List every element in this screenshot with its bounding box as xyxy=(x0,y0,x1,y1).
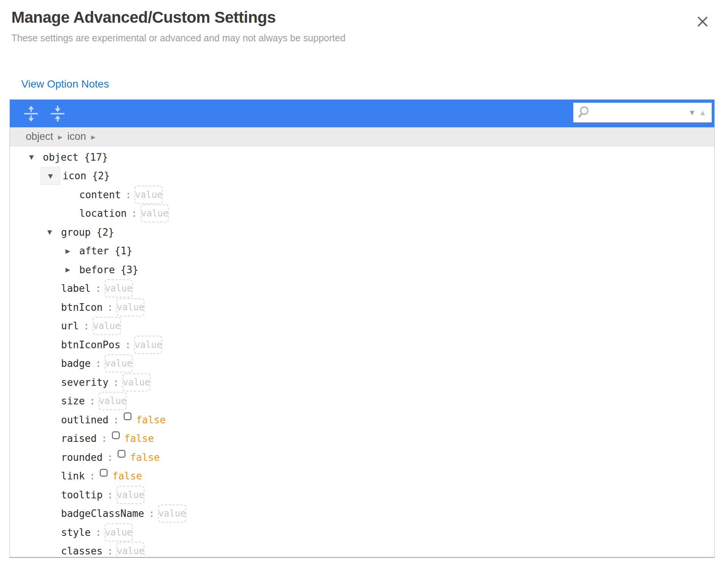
collapse-toggle-icon[interactable]: ▼ xyxy=(41,223,59,241)
toggle-placeholder xyxy=(41,486,59,504)
key-label: outlined xyxy=(61,414,108,426)
colon: : xyxy=(95,527,101,538)
tree-row-tooltip: tooltip:value xyxy=(10,485,714,504)
key-label: rounded xyxy=(61,452,103,463)
tree-row-url: url:value xyxy=(10,317,714,336)
indent xyxy=(10,495,41,495)
key-label: before xyxy=(79,264,115,276)
close-button[interactable] xyxy=(692,11,714,33)
value-input[interactable]: value xyxy=(105,523,133,542)
value-input[interactable]: value xyxy=(116,298,144,316)
search-prev-icon[interactable]: ▲ xyxy=(697,109,708,116)
tree-row-object: ▼object{17} xyxy=(10,148,714,167)
toggle-placeholder xyxy=(41,298,59,316)
key-label: url xyxy=(61,320,79,332)
breadcrumb-item-icon[interactable]: icon xyxy=(67,131,86,142)
key-label: severity xyxy=(61,377,108,388)
expand-all-button[interactable] xyxy=(24,106,38,122)
view-option-notes-link[interactable]: View Option Notes xyxy=(21,78,109,90)
tree-row-badge: badge:value xyxy=(10,354,714,373)
indent xyxy=(10,344,41,345)
tree-row-rounded: rounded:false xyxy=(10,448,714,467)
search-next-icon[interactable]: ▼ xyxy=(687,109,697,116)
colon: : xyxy=(126,189,132,200)
value-input[interactable]: value xyxy=(158,504,186,523)
colon: : xyxy=(95,358,101,369)
toggle-placeholder xyxy=(41,429,59,448)
tree-row-group: ▼group{2} xyxy=(10,223,714,242)
toggle-placeholder xyxy=(41,467,59,485)
value-input[interactable]: value xyxy=(116,486,144,504)
expand-toggle-icon[interactable]: ▶ xyxy=(59,242,77,260)
search-icon xyxy=(577,106,590,119)
indent xyxy=(10,514,41,514)
toggle-placeholder xyxy=(41,523,59,542)
key-label: size xyxy=(61,395,85,407)
search-box: ▼ ▲ xyxy=(573,103,712,122)
collapse-toggle-icon[interactable]: ▼ xyxy=(41,167,60,185)
key-label: after xyxy=(79,245,109,257)
tree-row-raised: raised:false xyxy=(10,429,714,448)
expand-toggle-icon[interactable]: ▶ xyxy=(59,261,77,279)
tree-row-badgeClassName: badgeClassName:value xyxy=(10,504,714,523)
indent xyxy=(10,420,41,420)
colon: : xyxy=(101,433,107,444)
indent xyxy=(10,194,59,195)
value-input[interactable]: value xyxy=(134,336,162,354)
tree-row-content: content:value xyxy=(10,185,714,204)
value-input[interactable]: value xyxy=(135,186,163,204)
toggle-placeholder xyxy=(41,392,59,410)
key-label: group xyxy=(61,227,91,238)
indent xyxy=(10,476,41,476)
collapse-all-button[interactable] xyxy=(51,106,64,122)
breadcrumb-item-object[interactable]: object xyxy=(26,131,53,142)
collapse-toggle-icon[interactable]: ▼ xyxy=(22,148,41,166)
indent xyxy=(10,232,41,232)
toggle-placeholder xyxy=(41,336,59,354)
indent xyxy=(10,457,41,457)
key-label: tooltip xyxy=(61,489,103,501)
key-label: badge xyxy=(61,358,91,369)
indent xyxy=(10,176,41,176)
key-label: raised xyxy=(61,433,97,444)
tree-row-btnIconPos: btnIconPos:value xyxy=(10,335,714,354)
indent xyxy=(10,438,41,439)
value-input[interactable]: value xyxy=(122,373,151,391)
boolean-checkbox[interactable] xyxy=(118,450,126,458)
indent xyxy=(10,382,41,382)
tree-row-link: link:false xyxy=(10,467,714,486)
value-input[interactable]: value xyxy=(141,204,169,222)
key-label: style xyxy=(61,527,91,538)
indent xyxy=(10,401,41,401)
key-label: label xyxy=(61,283,91,294)
key-label: content xyxy=(79,189,121,200)
key-label: location xyxy=(79,208,127,219)
json-tree: ▼object{17}▼icon{2}content:valuelocation… xyxy=(10,146,714,557)
colon: : xyxy=(95,283,101,294)
indent xyxy=(10,551,41,551)
tree-row-classes: classes:value xyxy=(10,542,714,557)
toggle-placeholder xyxy=(41,354,59,373)
value-input[interactable]: value xyxy=(105,279,133,297)
value-input[interactable]: value xyxy=(105,354,133,373)
tree-row-btnIcon: btnIcon:value xyxy=(10,298,714,317)
colon: : xyxy=(107,545,113,557)
colon: : xyxy=(89,395,96,407)
toggle-placeholder xyxy=(41,504,59,523)
colon: : xyxy=(107,489,113,501)
toggle-placeholder xyxy=(59,204,77,222)
indent xyxy=(10,363,41,364)
page-title: Manage Advanced/Custom Settings xyxy=(11,8,276,27)
colon: : xyxy=(113,414,119,426)
value-input[interactable]: value xyxy=(99,392,127,410)
colon: : xyxy=(149,508,155,519)
toggle-placeholder xyxy=(41,542,59,557)
indent xyxy=(10,213,59,214)
boolean-checkbox[interactable] xyxy=(112,431,120,439)
child-count: {2} xyxy=(96,227,114,238)
value-input[interactable]: value xyxy=(116,542,144,557)
search-input[interactable] xyxy=(590,103,687,122)
value-input[interactable]: value xyxy=(93,317,121,335)
boolean-checkbox[interactable] xyxy=(100,469,108,477)
boolean-checkbox[interactable] xyxy=(124,412,132,420)
